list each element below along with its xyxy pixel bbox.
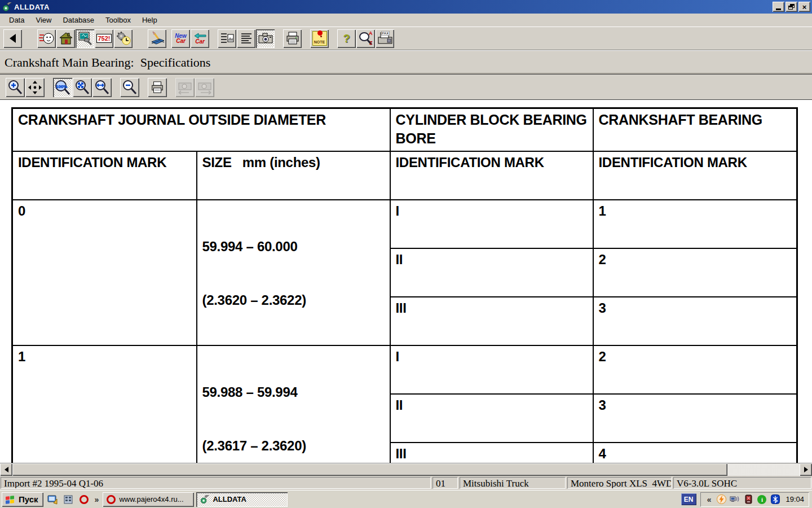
search-button[interactable]: A Z [356,29,375,48]
scrollbar-track[interactable] [727,463,800,476]
help-button[interactable]: ? [337,29,356,48]
scroll-right-icon [804,467,808,472]
writing-hand-icon [149,30,165,46]
document-text-icon [240,32,253,45]
tray-collapse-icon[interactable]: « [705,495,713,504]
size-cell: 59.994 – 60.000 (2.3620 – 2.3622) [197,200,390,345]
previous-image-button[interactable] [175,78,195,97]
col-header-bearing: CRANKSHAFT BEARING [593,108,797,151]
fit-width-button[interactable] [92,78,112,97]
assistant-face-icon [39,30,55,46]
device-monitor-icon[interactable] [743,494,753,505]
previous-car-button[interactable]: Car [191,29,209,48]
size-inches: (2.3617 – 2.3620) [202,437,385,455]
info-icon[interactable]: i [757,494,767,505]
bearing-mark-cell: 1 [593,200,797,248]
block-mark-cell: I [390,200,593,248]
menu-help[interactable]: Help [136,14,163,27]
sub-header-bearing-id: IDENTIFICATION MARK [593,151,797,200]
new-car-button[interactable]: New Car [171,29,190,48]
size-mm: 59.988 – 59.994 [202,383,385,401]
fit-page-icon [74,80,90,95]
document-image-icon [220,31,235,46]
col-header-journal: CRANKSHAFT JOURNAL OUTSIDE DIAMETER [12,108,390,151]
new-car-icon: New Car [175,33,187,43]
home-button[interactable] [56,29,75,48]
block-mark-cell: II [390,248,593,297]
task-button-alldata[interactable]: ALLDATA [196,492,288,507]
size-cell: 59.988 – 59.994 (2.3617 – 2.3620) [197,345,390,463]
scroll-left-button[interactable] [0,463,12,476]
text-view-button[interactable] [237,29,255,48]
zoom-in-button[interactable] [6,78,25,97]
camera-next-icon [197,80,213,95]
spec-table: CRANKSHAFT JOURNAL OUTSIDE DIAMETER CYLI… [11,107,798,463]
table-row: 0 59.994 – 60.000 (2.3620 – 2.3622) I 1 [12,200,797,248]
size-inches: (2.3620 – 2.3622) [202,291,385,309]
notes-button[interactable]: NOTE [310,29,329,48]
zoom-in-icon [7,80,23,95]
print-view-button[interactable] [148,78,167,97]
pan-arrows-icon [28,80,42,95]
start-label: Пуск [19,494,38,504]
clock[interactable]: 19:04 [784,495,804,503]
fit-page-button[interactable] [73,78,92,97]
journal-mark-cell: 1 [12,345,197,463]
camera-previous-icon [177,80,193,95]
menu-database[interactable]: Database [57,14,100,27]
window-title: ALLDATA [14,3,50,11]
scroll-right-button[interactable] [800,463,812,476]
pan-button[interactable] [25,78,45,97]
search-az-icon: A Z [358,30,374,46]
windows-logo-icon [5,494,16,505]
vehicle-report-button[interactable] [218,29,236,48]
menu-toolbox[interactable]: Toolbox [100,14,136,27]
fax-button[interactable]: FAX [376,29,394,48]
alldata-logo-icon [200,495,209,504]
restore-button[interactable] [785,2,797,12]
block-mark-cell: I [390,345,593,394]
back-button[interactable] [3,29,22,48]
scrollbar-thumb[interactable] [12,463,727,476]
diagnostics-button[interactable] [76,29,94,48]
language-indicator[interactable]: EN [681,493,696,505]
maintenance-button[interactable] [114,29,133,48]
next-image-button[interactable] [195,78,214,97]
minimize-button[interactable] [773,2,784,12]
table-row: 1 59.988 – 59.994 (2.3617 – 2.3620) I 2 [12,345,797,394]
scroll-left-icon [5,467,8,472]
bearing-mark-cell: 2 [593,248,797,297]
start-button[interactable]: Пуск [2,492,43,507]
quick-launch-overflow-icon[interactable]: » [93,495,101,504]
zoom-100-button[interactable]: 100% [53,78,72,97]
gear-clock-icon [116,30,131,46]
main-toolbar: 752! New Car Car [0,27,812,50]
show-desktop-icon[interactable] [46,493,59,506]
camera-icon [258,30,273,46]
zoom-out-button[interactable] [120,78,139,97]
note-pushpin-icon: NOTE [312,31,327,46]
app-shortcut-icon[interactable] [61,493,75,506]
menu-view[interactable]: View [30,14,57,27]
images-button[interactable] [256,29,275,48]
task-button-opera[interactable]: www.pajero4x4.ru... [103,492,194,507]
menu-data[interactable]: Data [3,14,30,27]
print-button[interactable] [283,29,302,48]
printer-icon [151,81,164,94]
task-label: www.pajero4x4.ru... [119,495,183,503]
bluetooth-icon[interactable] [770,494,780,505]
opera-icon[interactable] [77,493,91,506]
horizontal-scrollbar[interactable] [0,463,812,476]
assistant-button[interactable] [37,29,56,48]
volume-icon[interactable] [730,494,740,505]
system-tray: EN « i 19:04 [681,492,810,507]
status-engine: V6-3.0L SOHC [673,477,811,489]
parts-labor-button[interactable]: 752! [95,29,113,48]
close-button[interactable]: × [798,2,810,12]
monitor-tool-icon [78,31,92,46]
back-arrow-icon [10,34,16,43]
power-bolt-icon[interactable] [716,494,726,505]
document-view: CRANKSHAFT JOURNAL OUTSIDE DIAMETER CYLI… [0,100,812,463]
estimate-button[interactable] [148,29,166,48]
block-mark-cell: II [390,394,593,443]
